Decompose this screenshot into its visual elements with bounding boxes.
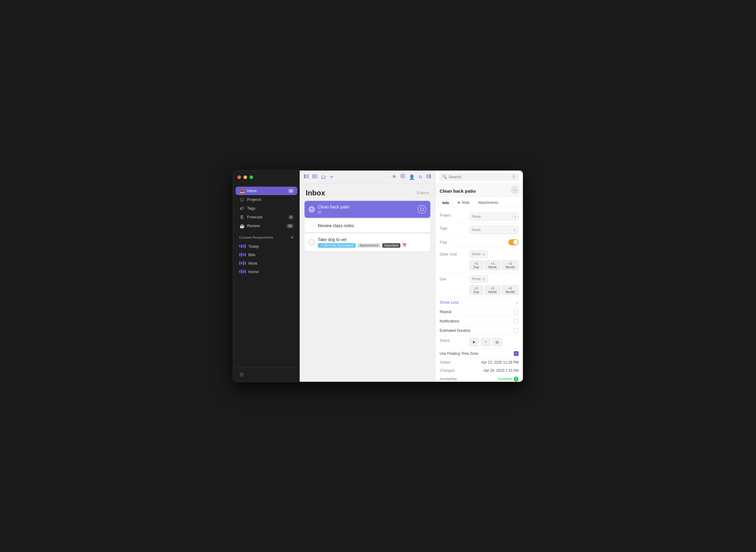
sidebar-projects-label: Projects — [247, 197, 290, 202]
sidebar-toggle-icon[interactable] — [304, 174, 309, 180]
sidebar-item-inbox[interactable]: 📥 Inbox 3 — [236, 187, 297, 195]
note-dot — [458, 202, 460, 203]
view-icon[interactable]: 👁 — [392, 174, 397, 180]
project-label: Project — [440, 213, 467, 218]
status-check-button[interactable]: ✓ — [481, 338, 490, 346]
project-row: Project None ⌄ › — [440, 210, 518, 223]
tags-add-icon[interactable]: + — [513, 227, 516, 233]
sidebar-item-projects[interactable]: ⬡ Projects › — [236, 195, 297, 204]
status-buttons: ▶ ✓ ⊖ — [469, 338, 502, 346]
estimated-duration-label: Estimated Duration — [440, 328, 470, 333]
task-row-review-class-notes[interactable]: ··· Review class notes — [305, 219, 430, 232]
defer-plus1week[interactable]: +1 Week — [484, 260, 500, 270]
task-check-vet[interactable] — [309, 239, 315, 245]
sidebar-review-label: Review — [247, 224, 284, 228]
defer-value: None — [472, 252, 481, 256]
today-icon — [239, 244, 246, 248]
work-label: Work — [248, 261, 257, 266]
close-button[interactable] — [238, 175, 241, 179]
sidebar-item-bills[interactable]: Bills — [236, 251, 297, 259]
status-play-button[interactable]: ▶ — [469, 338, 479, 346]
sidebar-tags-label: Tags — [247, 206, 290, 211]
due-field-row: Due None ⊗ — [440, 275, 488, 283]
changed-value: Apr 26, 2020 1:15 AM — [483, 369, 518, 373]
sidebar-item-forecast[interactable]: 🗓 Forecast 3 — [236, 213, 297, 222]
tab-note[interactable]: Note — [454, 199, 473, 207]
repeat-checkbox[interactable] — [514, 309, 518, 314]
mic-icon[interactable]: 🎙 — [512, 174, 516, 179]
estimated-duration-checkbox[interactable] — [514, 328, 518, 333]
defer-until-label: Defer Until — [440, 252, 467, 257]
repeat-row: Repeat — [440, 307, 518, 317]
add-task-icon[interactable]: + — [330, 174, 333, 180]
tab-info[interactable]: Info — [439, 199, 453, 207]
sidebar-item-tags[interactable]: 🏷 Tags › — [236, 204, 297, 213]
floating-tz-checkbox[interactable]: ✓ — [514, 351, 518, 356]
sidebar-item-work[interactable]: Work — [236, 259, 297, 267]
person-icon[interactable]: 👤 — [409, 174, 415, 180]
svg-rect-7 — [400, 177, 405, 178]
defer-plus1month[interactable]: +1 Month — [502, 260, 518, 270]
tags-select[interactable]: None + — [469, 226, 518, 234]
due-clear-icon[interactable]: ⊗ — [482, 277, 485, 281]
due-field[interactable]: None ⊗ — [469, 275, 488, 283]
search-input[interactable] — [449, 174, 510, 179]
detail-more-button[interactable]: ··· — [511, 186, 519, 194]
task-content-vet: Take dog to vet ↗ Get Fido Vaccinated Ap… — [318, 237, 426, 248]
inspector-icon[interactable] — [426, 174, 431, 180]
repeat-label: Repeat — [440, 310, 451, 314]
tag-get-fido-vaccinated: ↗ Get Fido Vaccinated — [318, 243, 356, 248]
page-header: Inbox 3 items — [300, 184, 435, 201]
task-row-take-dog-to-vet[interactable]: Take dog to vet ↗ Get Fido Vaccinated Ap… — [305, 234, 430, 251]
sidebar-footer: ⚙ — [233, 368, 300, 382]
due-plus1month[interactable]: +1 Month — [502, 285, 518, 295]
sync-icon[interactable]: ↻ — [419, 174, 423, 180]
status-drop-button[interactable]: ⊖ — [492, 338, 502, 346]
task-check-review[interactable]: ··· — [309, 223, 315, 229]
tab-attachments-label: Attachments — [478, 200, 498, 205]
minimize-button[interactable] — [244, 175, 247, 179]
show-less-row[interactable]: Show Less ⌄ — [440, 298, 518, 307]
defer-until-field-row: Defer Until None ⊗ — [440, 251, 488, 258]
due-plus1week[interactable]: +1 Week — [484, 285, 500, 295]
search-field-wrap[interactable]: 🔍 🎙 — [439, 173, 519, 181]
show-less-label: Show Less — [440, 300, 459, 305]
defer-plus1day[interactable]: +1 Day — [469, 260, 483, 270]
due-value: None — [472, 277, 481, 281]
defer-clear-icon[interactable]: ⊗ — [482, 252, 485, 257]
settings-icon[interactable]: ⚙ — [239, 372, 244, 378]
add-perspective-button[interactable]: + — [291, 235, 294, 240]
page-title: Inbox — [306, 189, 325, 197]
sidebar-item-home[interactable]: Home — [236, 268, 297, 276]
custom-perspectives-header: Custom Perspectives + — [233, 231, 300, 242]
task-content-clean-back-patio: Clean back patio ▤ — [318, 204, 415, 214]
flag-toggle[interactable] — [508, 239, 518, 245]
project-select[interactable]: None ⌄ › — [469, 213, 518, 221]
task-calendar-icon: 📅 — [402, 243, 407, 248]
panel-icon[interactable] — [312, 174, 317, 180]
task-circle-clean[interactable] — [418, 205, 426, 214]
fullscreen-button[interactable] — [250, 175, 253, 179]
defer-until-field[interactable]: None ⊗ — [469, 251, 488, 258]
status-row: Status ▶ ✓ ⊖ — [440, 335, 518, 349]
tray-icon[interactable]: 🗂 — [321, 174, 326, 180]
notifications-row: Notifications — [440, 317, 518, 326]
home-label: Home — [248, 270, 259, 274]
project-value: None — [472, 215, 481, 219]
task-check-clean-back-patio[interactable] — [309, 206, 315, 212]
project-arrow: › — [514, 214, 516, 219]
sidebar-inbox-label: Inbox — [247, 188, 286, 193]
tab-attachments[interactable]: Attachments — [474, 199, 502, 207]
changed-row: Changed Apr 26, 2020 1:15 AM — [440, 367, 518, 375]
task-name-vet: Take dog to vet — [318, 237, 426, 242]
list-icon[interactable] — [400, 174, 405, 180]
notifications-checkbox[interactable] — [514, 319, 518, 324]
svg-rect-6 — [400, 176, 405, 176]
task-row-clean-back-patio[interactable]: Clean back patio ▤ — [305, 201, 430, 218]
due-plus1day[interactable]: +1 Day — [469, 285, 483, 295]
availability-icon: ? — [514, 377, 518, 381]
search-icon: 🔍 — [442, 174, 447, 179]
sidebar-item-today[interactable]: Today — [236, 242, 297, 251]
sidebar-item-review[interactable]: ☕ Review 32 — [236, 222, 297, 230]
review-badge: 32 — [286, 224, 294, 228]
